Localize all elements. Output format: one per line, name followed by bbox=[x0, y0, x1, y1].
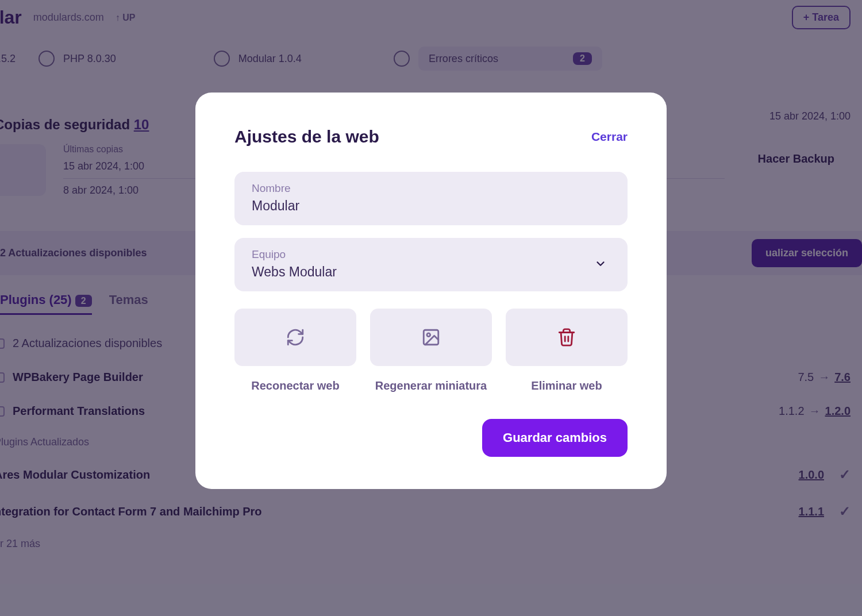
modal-overlay[interactable]: Ajustes de la web Cerrar Nombre Modular … bbox=[0, 0, 862, 616]
regenerate-label: Regenerar miniatura bbox=[370, 378, 492, 394]
name-field[interactable]: Nombre Modular bbox=[234, 172, 628, 225]
regenerate-action: Regenerar miniatura bbox=[370, 309, 492, 394]
delete-label: Eliminar web bbox=[506, 378, 628, 394]
team-select[interactable]: Equipo Webs Modular bbox=[234, 238, 628, 291]
refresh-icon bbox=[286, 328, 305, 347]
modal-footer: Guardar cambios bbox=[234, 419, 628, 457]
reconnect-action: Reconectar web bbox=[234, 309, 356, 394]
action-row: Reconectar web Regenerar miniatura Elimi… bbox=[234, 309, 628, 394]
close-button[interactable]: Cerrar bbox=[591, 130, 628, 144]
svg-point-1 bbox=[427, 333, 430, 337]
modal-title: Ajustes de la web bbox=[234, 127, 379, 147]
image-icon bbox=[421, 328, 441, 347]
save-button[interactable]: Guardar cambios bbox=[482, 419, 628, 457]
name-label: Nombre bbox=[252, 182, 610, 195]
team-value: Webs Modular bbox=[252, 264, 610, 280]
name-value: Modular bbox=[252, 198, 610, 214]
delete-action: Eliminar web bbox=[506, 309, 628, 394]
web-settings-modal: Ajustes de la web Cerrar Nombre Modular … bbox=[195, 93, 667, 489]
modal-header: Ajustes de la web Cerrar bbox=[234, 127, 628, 147]
reconnect-label: Reconectar web bbox=[234, 378, 356, 394]
chevron-down-icon bbox=[594, 257, 607, 272]
team-label: Equipo bbox=[252, 248, 610, 261]
trash-icon bbox=[557, 328, 576, 347]
reconnect-button[interactable] bbox=[234, 309, 356, 366]
regenerate-button[interactable] bbox=[370, 309, 492, 366]
delete-button[interactable] bbox=[506, 309, 628, 366]
